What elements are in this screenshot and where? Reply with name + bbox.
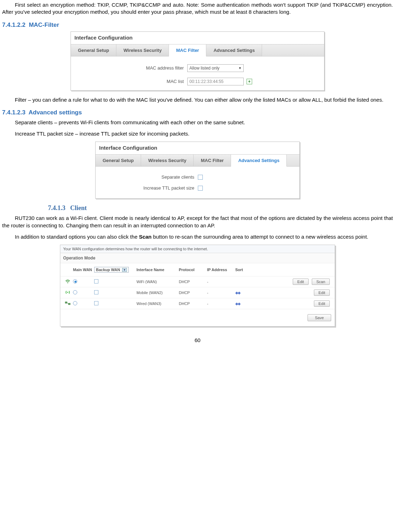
save-button[interactable]: Save <box>308 314 331 321</box>
tab-wireless-security[interactable]: Wireless Security <box>116 44 169 56</box>
add-mac-button[interactable]: + <box>247 79 252 84</box>
heading-advanced-settings: 7.4.1.2.3 Advanced settings <box>2 109 393 116</box>
heading-num: 7.4.1.2.3 <box>2 109 25 116</box>
chevron-down-icon: ▾ <box>122 268 127 272</box>
advanced-settings-panel: Interface Configuration General Setup Wi… <box>95 142 300 199</box>
increase-ttl-label: Increase TTL packet size <box>96 185 198 191</box>
panel-title: Interface Configuration <box>71 32 324 44</box>
main-wan-radio[interactable] <box>73 301 77 305</box>
wan-description: Your WAN configuration determines how th… <box>60 245 335 253</box>
protocol: DHCP <box>179 280 207 284</box>
mac-list-input[interactable]: 00:11:22:33:44:55 <box>187 78 244 85</box>
tab-general-setup[interactable]: General Setup <box>96 155 141 166</box>
separate-clients-label: Separate clients <box>96 174 198 180</box>
svg-point-0 <box>67 282 68 283</box>
wan-row: WiFi (WAN) DHCP - Edit Scan <box>60 276 335 287</box>
edit-button[interactable]: Edit <box>314 289 330 296</box>
ethernet-icon <box>62 301 73 306</box>
col-protocol: Protocol <box>179 268 207 272</box>
scan-button[interactable]: Scan <box>312 279 330 285</box>
edit-button[interactable]: Edit <box>293 279 309 285</box>
mac-filter-mode-select[interactable]: Allow listed only ▼ <box>187 64 244 72</box>
tabs-row: General Setup Wireless Security MAC Filt… <box>71 44 324 56</box>
tab-general-setup[interactable]: General Setup <box>71 44 116 56</box>
panel-title: Interface Configuration <box>96 142 299 154</box>
interface-name: Mobile (WAN2) <box>136 291 179 295</box>
tab-wireless-security[interactable]: Wireless Security <box>141 155 194 166</box>
wan-config-panel: Your WAN configuration determines how th… <box>60 245 335 327</box>
mac-list-label: MAC list <box>71 79 187 84</box>
protocol: DHCP <box>179 301 207 306</box>
heading-client: 7.4.1.3 Client <box>48 204 393 212</box>
mac-filter-mode-label: MAC address filter <box>71 65 187 71</box>
col-interface-name: Interface Name <box>136 268 179 272</box>
interface-name: Wired (WAN3) <box>136 301 179 306</box>
intro-paragraph: First select an encryption method: TKIP,… <box>2 1 393 16</box>
svg-rect-2 <box>65 302 67 303</box>
text-a: In addition to standard options you can … <box>15 234 139 240</box>
main-wan-radio[interactable] <box>73 279 77 283</box>
wifi-icon <box>62 279 73 285</box>
client-paragraph-1: RUT230 can work as a Wi-Fi client. Clien… <box>2 215 393 229</box>
heading-text: MAC-Filter <box>29 22 59 28</box>
backup-wan-checkbox[interactable] <box>94 279 98 283</box>
sort-handle[interactable]: ◆ ◆ <box>235 301 240 306</box>
select-value: Backup WAN <box>96 268 120 272</box>
col-main-wan: Main WAN <box>73 268 94 272</box>
chevron-down-icon: ▼ <box>238 66 242 70</box>
col-sort: Sort <box>235 268 256 272</box>
heading-num: 7.4.1.3 <box>48 204 66 211</box>
mac-filter-paragraph: Filter – you can define a rule for what … <box>2 96 393 103</box>
sort-handle[interactable]: ◆ ◆ <box>235 291 240 295</box>
mac-filter-panel: Interface Configuration General Setup Wi… <box>71 31 324 91</box>
tab-advanced-settings[interactable]: Advanced Settings <box>231 155 287 167</box>
col-ip-address: IP Address <box>207 268 235 272</box>
wan-row: Wired (WAN3) DHCP - ◆ ◆ Edit <box>60 298 335 309</box>
ip-address: - <box>207 291 235 295</box>
wan-row: Mobile (WAN2) DHCP - ◆ ◆ Edit <box>60 287 335 298</box>
ip-address: - <box>207 301 235 306</box>
col-backup-wan: Backup WAN ▾ <box>94 267 136 273</box>
ip-address: - <box>207 280 235 284</box>
adv-paragraph-2: Increase TTL packet size – increase TTL … <box>2 130 393 137</box>
scan-bold: Scan <box>139 234 152 240</box>
wan-header-row: Main WAN Backup WAN ▾ Interface Name Pro… <box>60 263 335 276</box>
tab-mac-filter[interactable]: MAC Filter <box>169 44 206 56</box>
backup-wan-select[interactable]: Backup WAN ▾ <box>94 267 129 273</box>
client-paragraph-2: In addition to standard options you can … <box>2 233 393 240</box>
edit-button[interactable]: Edit <box>314 300 330 307</box>
tabs-row: General Setup Wireless Security MAC Filt… <box>96 154 299 167</box>
heading-text: Advanced settings <box>29 109 82 116</box>
page-number: 60 <box>2 337 393 343</box>
select-value: Allow listed only <box>189 66 219 71</box>
main-wan-radio[interactable] <box>73 290 77 294</box>
increase-ttl-checkbox[interactable] <box>198 186 203 191</box>
interface-name: WiFi (WAN) <box>136 280 179 284</box>
svg-rect-3 <box>68 303 70 305</box>
heading-num: 7.4.1.2.2 <box>2 22 25 28</box>
separate-clients-checkbox[interactable] <box>198 175 203 180</box>
antenna-icon <box>62 290 73 295</box>
text-b: button to re-scan the surrounding area t… <box>152 234 369 240</box>
heading-mac-filter: 7.4.1.2.2 MAC-Filter <box>2 22 393 29</box>
protocol: DHCP <box>179 291 207 295</box>
operation-mode-title: Operation Mode <box>60 253 335 263</box>
backup-wan-checkbox[interactable] <box>94 301 98 305</box>
svg-point-1 <box>67 292 68 293</box>
backup-wan-checkbox[interactable] <box>94 290 98 294</box>
heading-text: Client <box>70 204 87 211</box>
tab-mac-filter[interactable]: MAC Filter <box>194 155 231 166</box>
adv-paragraph-1: Separate clients – prevents Wi-Fi client… <box>2 119 393 126</box>
tab-advanced-settings[interactable]: Advanced Settings <box>206 44 262 56</box>
